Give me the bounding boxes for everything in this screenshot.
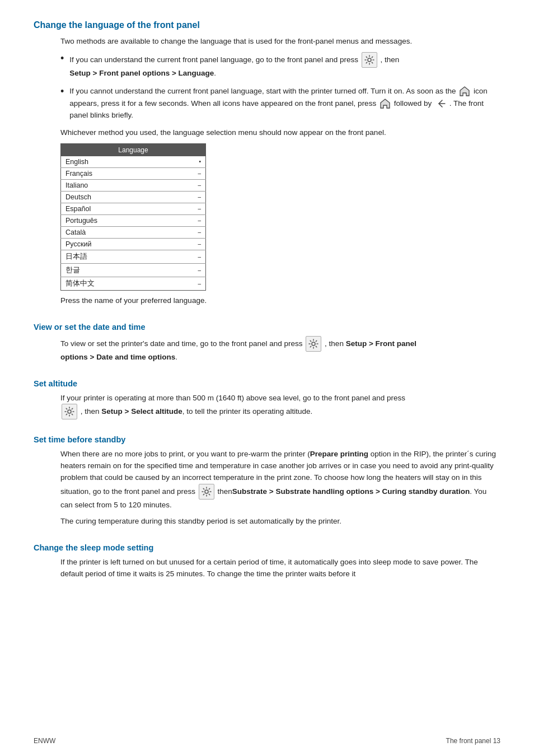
lang-row-3: Deutsch– — [61, 191, 206, 203]
lang-label-6: Català — [61, 226, 172, 238]
altitude-bold: Setup > Select altitude — [101, 407, 182, 416]
standby-then: then — [217, 487, 232, 496]
date-time-text-after: , then Setup > Front panel — [325, 339, 416, 347]
lang-dot-9: – — [172, 263, 206, 277]
section-change-sleep-mode: Change the sleep mode setting If the pri… — [34, 543, 500, 580]
date-time-text-before: To view or set the printer's date and ti… — [60, 339, 303, 347]
lang-label-5: Português — [61, 214, 172, 226]
bullet-1-text: If you can understand the current front … — [69, 52, 399, 80]
list-item-2: • If you cannot understand the current f… — [60, 85, 500, 122]
lang-dot-3: – — [172, 191, 206, 203]
footer-right: The front panel 13 — [446, 737, 500, 745]
altitude-text-before: If your printer is operating at more tha… — [60, 394, 405, 402]
footer-left: ENWW — [34, 737, 55, 745]
lang-dot-4: – — [172, 203, 206, 214]
lang-label-0: English — [61, 156, 172, 168]
lang-row-6: Català– — [61, 226, 206, 238]
section-title-date-time: View or set the date and time — [34, 323, 500, 332]
section-view-date-time: View or set the date and time To view or… — [34, 323, 500, 363]
svg-point-3 — [205, 490, 208, 493]
language-table: Language English•Français–Italiano–Deuts… — [60, 143, 206, 291]
svg-point-2 — [68, 410, 71, 413]
altitude-body: If your printer is operating at more tha… — [60, 393, 500, 420]
svg-point-0 — [368, 58, 371, 62]
bullet-1-text-before: If you can understand the current front … — [69, 55, 358, 63]
bullet-list: • If you can understand the current fron… — [60, 52, 500, 122]
lang-dot-6: – — [172, 226, 206, 238]
lang-row-8: 日本語– — [61, 250, 206, 263]
sleep-mode-body: If the printer is left turned on but unu… — [60, 557, 500, 580]
lang-row-5: Português– — [61, 214, 206, 226]
bullet-2-text-before: If you cannot understand the current fro… — [69, 86, 458, 95]
date-time-bold-2: options > Date and time options — [60, 353, 175, 361]
bullet-2-text-middle2: followed by — [394, 99, 434, 107]
standby-bold-chain: Substrate > Substrate handling options >… — [232, 487, 470, 496]
standby-para1: When there are no more jobs to print, or… — [60, 449, 500, 511]
home-icon-2 — [379, 97, 391, 110]
lang-row-4: Español– — [61, 203, 206, 214]
lang-dot-5: – — [172, 214, 206, 226]
lang-label-3: Deutsch — [61, 191, 172, 203]
lang-row-0: English• — [61, 156, 206, 168]
section-title-standby: Set time before standby — [34, 435, 500, 444]
lang-table-header: Language — [61, 143, 206, 156]
post-bullets-text: Whichever method you used, the language … — [60, 127, 500, 139]
lang-dot-8: – — [172, 250, 206, 263]
lang-row-7: Русский– — [61, 238, 206, 250]
svg-point-1 — [312, 342, 315, 346]
section-change-language: Change the language of the front panel T… — [34, 20, 500, 307]
bullet-1-text-after: , then — [380, 55, 399, 63]
bullet-1-bold-suffix: . — [214, 69, 216, 77]
gear-icon-2 — [306, 336, 321, 352]
lang-row-1: Français– — [61, 167, 206, 179]
standby-text-1: When there are no more jobs to print, or… — [60, 450, 310, 458]
lang-table-header-row: Language — [61, 143, 206, 156]
lang-label-7: Русский — [61, 238, 172, 250]
section-set-altitude: Set altitude If your printer is operatin… — [34, 379, 500, 420]
lang-dot-0: • — [172, 156, 206, 168]
standby-bold-1: Prepare printing — [310, 450, 368, 458]
lang-dot-7: – — [172, 238, 206, 250]
lang-row-10: 简体中文– — [61, 277, 206, 290]
lang-dot-2: – — [172, 179, 206, 191]
date-time-bold-suffix: . — [175, 353, 177, 361]
lang-row-2: Italiano– — [61, 179, 206, 191]
lang-table-body: English•Français–Italiano–Deutsch–Españo… — [61, 156, 206, 291]
page-footer: ENWW The front panel 13 — [34, 737, 500, 745]
lang-row-9: 한글– — [61, 263, 206, 277]
standby-para2: The curing temperature during this stand… — [60, 516, 500, 528]
lang-dot-10: – — [172, 277, 206, 290]
gear-icon-4 — [199, 484, 214, 500]
lang-label-10: 简体中文 — [61, 277, 172, 290]
lang-label-1: Français — [61, 167, 172, 179]
lang-label-2: Italiano — [61, 179, 172, 191]
lang-label-4: Español — [61, 203, 172, 214]
section-title-altitude: Set altitude — [34, 379, 500, 388]
back-icon — [434, 97, 447, 110]
section-title-sleep-mode: Change the sleep mode setting — [34, 543, 500, 552]
bullet-dot-1: • — [60, 51, 64, 67]
gear-icon-3 — [62, 404, 77, 419]
date-time-body: To view or set the printer's date and ti… — [60, 336, 500, 363]
list-item-1: • If you can understand the current fron… — [60, 52, 500, 80]
section-intro: Two methods are available to change the … — [60, 36, 500, 48]
page-content: Change the language of the front panel T… — [0, 0, 534, 629]
bullet-2-text: If you cannot understand the current fro… — [69, 85, 500, 122]
lang-dot-1: – — [172, 167, 206, 179]
bullet-1-bold: Setup > Front panel options > Language — [69, 69, 214, 77]
gear-icon-1 — [362, 52, 377, 68]
section-set-time-standby: Set time before standby When there are n… — [34, 435, 500, 528]
bullet-dot-2: • — [60, 84, 64, 100]
lang-label-9: 한글 — [61, 263, 172, 277]
date-time-bold-1: Setup > Front panel — [346, 339, 416, 347]
lang-label-8: 日本語 — [61, 250, 172, 263]
altitude-text-after: , then Setup > Select altitude, to tell … — [81, 407, 313, 416]
section-title-change-language: Change the language of the front panel — [34, 20, 500, 30]
home-icon-1 — [458, 85, 471, 97]
post-table-text: Press the name of your preferred languag… — [60, 295, 500, 307]
